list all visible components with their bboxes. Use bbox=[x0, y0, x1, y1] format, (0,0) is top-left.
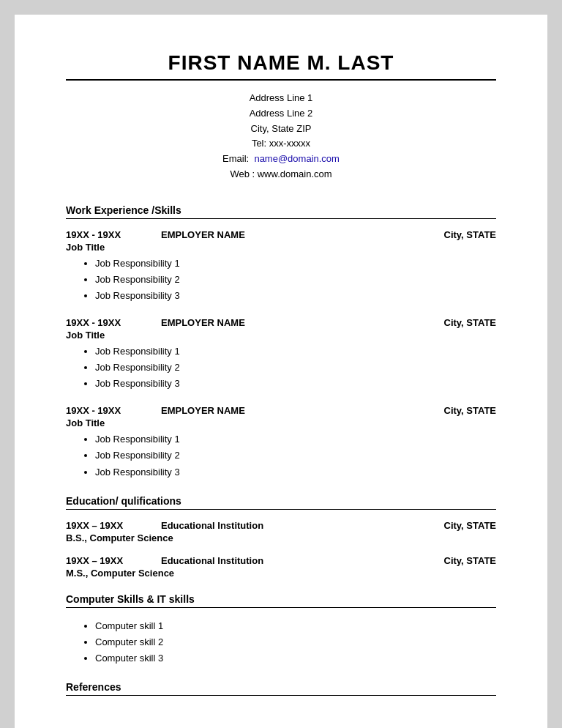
list-item: Job Responsibility 2 bbox=[95, 360, 496, 376]
list-item: Job Responsibility 1 bbox=[95, 256, 496, 272]
web-label: Web : bbox=[230, 168, 255, 179]
edu-1-location: City, STATE bbox=[408, 520, 496, 531]
edu-2-institution: Educational Institution bbox=[161, 555, 408, 566]
edu-2-dates: 19XX – 19XX bbox=[66, 555, 161, 566]
list-item: Computer skill 3 bbox=[95, 650, 496, 666]
contact-info: Address Line 1 Address Line 2 City, Stat… bbox=[66, 91, 496, 182]
references-section: References bbox=[66, 681, 496, 696]
edu-2-top-line: 19XX – 19XX Educational Institution City… bbox=[66, 555, 496, 566]
job-1-location: City, STATE bbox=[408, 229, 496, 240]
edu-2-location: City, STATE bbox=[408, 555, 496, 566]
list-item: Computer skill 2 bbox=[95, 634, 496, 650]
edu-1-top-line: 19XX – 19XX Educational Institution City… bbox=[66, 520, 496, 531]
computer-skills-section: Computer Skills & IT skills Computer ski… bbox=[66, 593, 496, 666]
list-item: Job Responsibility 2 bbox=[95, 272, 496, 288]
job-1-title: Job Title bbox=[66, 242, 496, 253]
address-line1: Address Line 1 bbox=[66, 91, 496, 106]
job-entry-3: 19XX - 19XX EMPLOYER NAME City, STATE Jo… bbox=[66, 405, 496, 480]
list-item: Computer skill 1 bbox=[95, 618, 496, 634]
computer-skills-title: Computer Skills & IT skills bbox=[66, 593, 496, 608]
education-section: Education/ qulifications 19XX – 19XX Edu… bbox=[66, 495, 496, 579]
list-item: Job Responsibility 1 bbox=[95, 431, 496, 447]
email-link[interactable]: name@domain.com bbox=[254, 153, 340, 164]
job-entry-1: 19XX - 19XX EMPLOYER NAME City, STATE Jo… bbox=[66, 229, 496, 304]
edu-1-dates: 19XX – 19XX bbox=[66, 520, 161, 531]
address-line2: Address Line 2 bbox=[66, 106, 496, 122]
edu-1-degree: B.S., Computer Science bbox=[66, 532, 496, 543]
skills-list: Computer skill 1 Computer skill 2 Comput… bbox=[95, 618, 496, 666]
list-item: Job Responsibility 3 bbox=[95, 376, 496, 392]
job-entry-2: 19XX - 19XX EMPLOYER NAME City, STATE Jo… bbox=[66, 317, 496, 392]
email-line: Email: name@domain.com bbox=[66, 152, 496, 167]
job-3-responsibilities: Job Responsibility 1 Job Responsibility … bbox=[95, 431, 496, 480]
header-divider bbox=[66, 79, 496, 81]
tel-label: Tel: bbox=[252, 138, 266, 149]
job-3-dates: 19XX - 19XX bbox=[66, 405, 161, 416]
list-item: Job Responsibility 2 bbox=[95, 447, 496, 464]
job-2-location: City, STATE bbox=[408, 317, 496, 328]
city-state-zip: City, State ZIP bbox=[66, 122, 496, 137]
web-line: Web : www.domain.com bbox=[66, 167, 496, 182]
job-3-title: Job Title bbox=[66, 417, 496, 428]
job-1-responsibilities: Job Responsibility 1 Job Responsibility … bbox=[95, 256, 496, 304]
email-label: Email: bbox=[222, 153, 249, 164]
edu-entry-2: 19XX – 19XX Educational Institution City… bbox=[66, 555, 496, 579]
job-2-top-line: 19XX - 19XX EMPLOYER NAME City, STATE bbox=[66, 317, 496, 328]
edu-1-institution: Educational Institution bbox=[161, 520, 408, 531]
edu-2-degree: M.S., Computer Science bbox=[66, 568, 496, 579]
job-1-top-line: 19XX - 19XX EMPLOYER NAME City, STATE bbox=[66, 229, 496, 240]
job-1-dates: 19XX - 19XX bbox=[66, 229, 161, 240]
job-2-employer: EMPLOYER NAME bbox=[161, 317, 408, 328]
work-experience-title: Work Experience /Skills bbox=[66, 204, 496, 219]
web-value: www.domain.com bbox=[258, 168, 332, 179]
work-experience-section: Work Experience /Skills 19XX - 19XX EMPL… bbox=[66, 204, 496, 480]
tel-value: xxx-xxxxx bbox=[269, 138, 310, 149]
list-item: Job Responsibility 3 bbox=[95, 288, 496, 304]
job-2-title: Job Title bbox=[66, 330, 496, 341]
job-3-employer: EMPLOYER NAME bbox=[161, 405, 408, 416]
job-2-responsibilities: Job Responsibility 1 Job Responsibility … bbox=[95, 343, 496, 392]
list-item: Job Responsibility 3 bbox=[95, 464, 496, 480]
list-item: Job Responsibility 1 bbox=[95, 343, 496, 360]
edu-entry-1: 19XX – 19XX Educational Institution City… bbox=[66, 520, 496, 543]
resume-page: FIRST NAME M. LAST Address Line 1 Addres… bbox=[15, 15, 547, 728]
full-name: FIRST NAME M. LAST bbox=[66, 51, 496, 75]
tel-line: Tel: xxx-xxxxx bbox=[66, 136, 496, 152]
education-title: Education/ qulifications bbox=[66, 495, 496, 510]
job-3-top-line: 19XX - 19XX EMPLOYER NAME City, STATE bbox=[66, 405, 496, 416]
references-title: References bbox=[66, 681, 496, 696]
job-1-employer: EMPLOYER NAME bbox=[161, 229, 408, 240]
job-3-location: City, STATE bbox=[408, 405, 496, 416]
job-2-dates: 19XX - 19XX bbox=[66, 317, 161, 328]
